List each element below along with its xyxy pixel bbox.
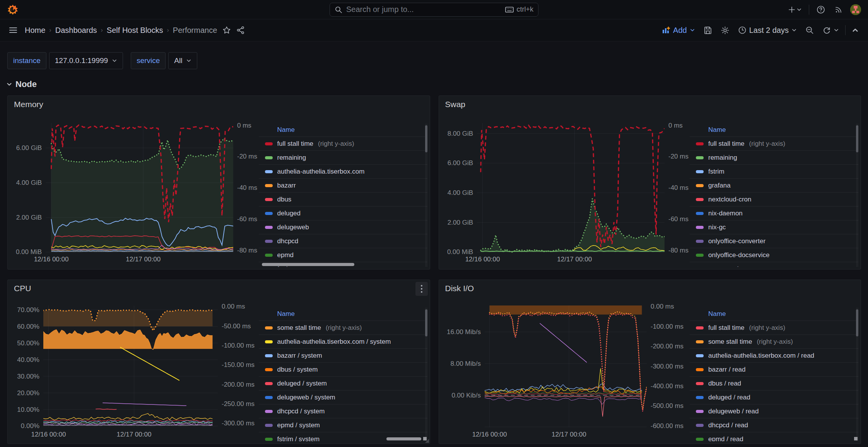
time-range-picker[interactable]: Last 2 days (736, 24, 799, 37)
series-name: dbus / read (708, 380, 741, 387)
legend-item[interactable]: dhcpcd / read (690, 418, 858, 432)
row-toggle-node[interactable]: Node (6, 79, 37, 89)
series-color-pill (265, 170, 273, 173)
filter-value-service[interactable]: All (168, 52, 197, 69)
question-circle-icon (816, 5, 825, 14)
memory-chart[interactable]: 6.00 GiB4.00 GiB2.00 GiB0.00 MiB0 ms-20 … (10, 113, 259, 267)
legend-item[interactable]: dbus / read (690, 376, 858, 390)
legend-item[interactable]: delugeweb / system (259, 390, 427, 404)
favorite-button[interactable] (221, 24, 232, 36)
legend-item[interactable]: postgresql (690, 262, 858, 267)
refresh-button[interactable] (820, 24, 841, 37)
collapse-toolbar-button[interactable] (849, 24, 861, 36)
legend-item[interactable]: authelia-authelia.tiserbox.com (259, 164, 427, 178)
series-axis-note: (right y-axis) (749, 140, 786, 148)
save-dashboard-button[interactable] (701, 24, 714, 37)
news-button[interactable] (832, 3, 845, 16)
breadcrumb-folder[interactable]: Self Host Blocks (107, 26, 163, 35)
legend-item[interactable]: some stall time(right y-axis) (259, 321, 427, 334)
legend-item[interactable]: remaining (690, 150, 858, 164)
legend-item[interactable]: dbus / system (259, 362, 427, 376)
cpu-legend: Namesome stall time(right y-axis)autheli… (259, 308, 427, 441)
grafana-logo-icon[interactable] (7, 4, 19, 15)
zoom-out-time-button[interactable] (803, 24, 816, 37)
legend-item[interactable]: bazarr / read (690, 362, 858, 376)
breadcrumb-home[interactable]: Home (25, 26, 45, 35)
new-button[interactable] (786, 4, 803, 15)
series-line (540, 323, 587, 362)
legend-item[interactable]: delugeweb (259, 220, 427, 234)
share-button[interactable] (235, 24, 246, 36)
series-name: authelia-authelia.tiserbox.com (277, 168, 365, 176)
cpu-chart[interactable]: 70.00%60.00%50.00%40.00%30.00%20.00%10.0… (10, 297, 259, 441)
search-placeholder: Search or jump to... (346, 5, 501, 14)
legend-scrollbar-thumb[interactable] (856, 125, 858, 152)
legend-item[interactable]: onlyoffice-converter (690, 234, 858, 248)
legend-item[interactable]: full stall time(right y-axis) (259, 136, 427, 150)
legend-item[interactable]: epmd (259, 248, 427, 262)
legend-column-name[interactable]: Name (259, 308, 427, 321)
legend-item[interactable]: dhcpcd (259, 234, 427, 248)
svg-text:12/17 00:00: 12/17 00:00 (557, 256, 592, 263)
add-panel-button[interactable]: Add (660, 24, 697, 37)
legend-scrollbar-thumb[interactable] (425, 125, 427, 152)
filter-label-instance[interactable]: instance (7, 52, 46, 69)
series-axis-note: (right y-axis) (757, 338, 793, 346)
svg-text:16.00 Mib/s: 16.00 Mib/s (447, 328, 481, 336)
legend-hscrollbar-thumb[interactable] (262, 263, 355, 266)
panel-title[interactable]: Disk I/O (445, 284, 474, 293)
panel-resize-handle[interactable] (425, 439, 429, 443)
panel-title[interactable]: Memory (14, 100, 43, 109)
legend-item[interactable]: delugeweb / read (690, 404, 858, 418)
legend-item[interactable]: epmd / system (259, 418, 427, 432)
legend-item[interactable]: authelia-authelia.tiserbox.com / system (259, 334, 427, 348)
legend-scrollbar-thumb[interactable] (856, 309, 858, 336)
panel-title[interactable]: CPU (14, 284, 31, 293)
legend-item[interactable]: dhcpcd / system (259, 404, 427, 418)
rss-icon (834, 5, 843, 14)
gear-icon (721, 26, 730, 35)
disk-io-chart[interactable]: 16.00 Mib/s8.00 Mib/s0.00 Kib/s0.00 ms-1… (441, 297, 690, 441)
series-axis-note: (right y-axis) (318, 140, 354, 148)
series-color-pill (265, 354, 273, 357)
legend-item[interactable]: nix-daemon (690, 206, 858, 220)
panel-menu-button[interactable] (415, 282, 428, 296)
series-band (489, 305, 642, 315)
legend-item[interactable]: onlyoffice-docservice (690, 248, 858, 262)
filter-label-service[interactable]: service (131, 52, 166, 69)
legend-item[interactable]: full stall time(right y-axis) (690, 321, 858, 334)
filter-value-instance[interactable]: 127.0.0.1:19999 (49, 52, 123, 69)
legend-column-name[interactable]: Name (690, 124, 858, 136)
legend-item[interactable]: deluged / system (259, 376, 427, 390)
breadcrumb-dashboards[interactable]: Dashboards (55, 26, 97, 35)
user-avatar[interactable] (850, 4, 861, 15)
help-button[interactable] (815, 3, 827, 16)
legend-hscrollbar-thumb[interactable] (386, 437, 421, 440)
panel-title[interactable]: Swap (445, 100, 466, 109)
legend-item[interactable]: fstrim (690, 164, 858, 178)
legend-column-name[interactable]: Name (690, 308, 858, 321)
legend-item[interactable]: deluged (259, 206, 427, 220)
legend-item[interactable]: full stall time(right y-axis) (690, 136, 858, 150)
legend-scrollbar-thumb[interactable] (425, 309, 427, 336)
legend-item[interactable]: bazarr / system (259, 348, 427, 362)
dashboard-settings-button[interactable] (718, 24, 732, 37)
legend-item[interactable]: deluged / read (690, 390, 858, 404)
series-name: delugeweb (277, 224, 309, 231)
legend-item[interactable]: dbus (259, 192, 427, 206)
legend-item[interactable]: grafana (690, 178, 858, 192)
legend-item[interactable]: nextcloud-cron (690, 192, 858, 206)
series-line (485, 387, 642, 394)
search-input[interactable]: Search or jump to... ctrl+k (330, 3, 538, 17)
keyboard-shortcut: ctrl+k (505, 5, 533, 14)
legend-item[interactable]: authelia-authelia.tiserbox.com / read (690, 348, 858, 362)
legend-item[interactable]: some stall time(right y-axis) (690, 334, 858, 348)
legend-item[interactable]: bazarr (259, 178, 427, 192)
legend-item[interactable]: nix-gc (690, 220, 858, 234)
legend-item[interactable]: epmd / read (690, 432, 858, 441)
time-range-label: Last 2 days (749, 26, 789, 35)
mega-menu-toggle[interactable] (7, 24, 19, 36)
swap-chart[interactable]: 8.00 GiB6.00 GiB4.00 GiB2.00 GiB0.00 MiB… (441, 113, 690, 267)
legend-item[interactable]: remaining (259, 150, 427, 164)
legend-column-name[interactable]: Name (259, 124, 427, 136)
